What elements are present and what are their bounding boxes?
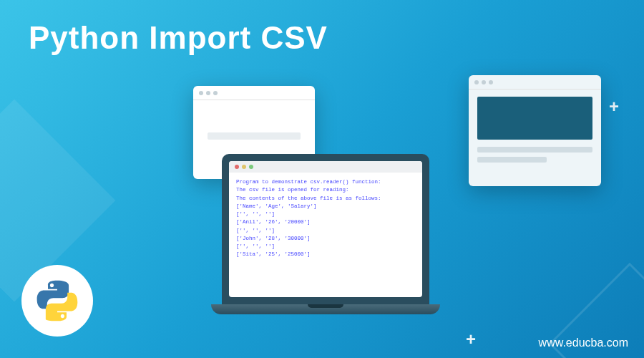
plus-icon: + [466, 329, 476, 349]
plus-icon: + [609, 97, 619, 117]
window-control-dot [213, 91, 218, 95]
code-output: Program to demonstrate csv.reader() func… [229, 173, 422, 265]
content-block [477, 97, 592, 140]
window-titlebar [193, 86, 315, 100]
code-line: ['', '', ''] [236, 227, 415, 235]
placeholder-line [208, 132, 301, 140]
website-url: www.educba.com [539, 337, 628, 349]
placeholder-line [477, 157, 547, 163]
code-line: ['Sita', '25', '25000'] [236, 251, 415, 258]
code-line: The csv file is opened for reading: [236, 186, 415, 194]
code-line: The contents of the above file is as fol… [236, 195, 415, 203]
code-line: ['Name', 'Age', 'Salary'] [236, 203, 415, 211]
window-titlebar [469, 75, 601, 90]
maximize-icon [249, 165, 253, 169]
code-line: ['John', '28', '30000'] [236, 235, 415, 243]
minimize-icon [242, 165, 246, 169]
placeholder-line [477, 147, 592, 153]
window-control-dot [199, 91, 203, 95]
window-control-dot [482, 80, 486, 84]
laptop-illustration: Program to demonstrate csv.reader() func… [211, 154, 440, 347]
browser-window-right [469, 75, 601, 186]
window-body [193, 100, 315, 140]
page-title: Python Import CSV [29, 20, 328, 56]
laptop-screen: Program to demonstrate csv.reader() func… [222, 154, 429, 304]
code-line: ['', '', ''] [236, 243, 415, 251]
code-line: ['Anil', '26', '20000'] [236, 218, 415, 226]
window-control-dot [489, 80, 493, 84]
python-icon [36, 279, 79, 322]
code-line: Program to demonstrate csv.reader() func… [236, 178, 415, 186]
window-control-dot [474, 80, 479, 84]
window-body [469, 90, 601, 174]
laptop-display: Program to demonstrate csv.reader() func… [229, 161, 422, 297]
python-logo [21, 265, 93, 337]
code-line: ['', '', ''] [236, 211, 415, 218]
laptop-base [211, 304, 440, 314]
laptop-notch [308, 304, 343, 308]
close-icon [235, 165, 239, 169]
window-control-dot [206, 91, 210, 95]
editor-titlebar [229, 161, 422, 173]
